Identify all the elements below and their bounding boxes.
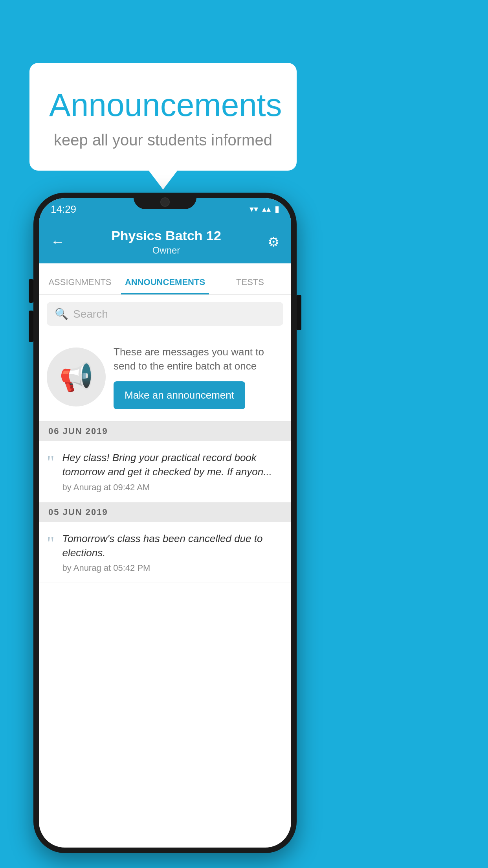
signal-icon: ▴▴	[262, 204, 271, 214]
announcement-text-1: Hey class! Bring your practical record b…	[62, 451, 283, 479]
phone-screen: 14:29 ▾▾ ▴▴ ▮ ← Physics Batch 12 Owner ⚙…	[39, 198, 291, 848]
make-announcement-button[interactable]: Make an announcement	[114, 381, 245, 409]
speech-bubble: Announcements keep all your students inf…	[29, 63, 297, 171]
settings-gear-icon[interactable]: ⚙	[268, 234, 279, 250]
app-header: ← Physics Batch 12 Owner ⚙	[39, 220, 291, 263]
volume-down-button	[29, 311, 33, 342]
power-button	[297, 295, 301, 330]
search-bar[interactable]: 🔍 Search	[47, 302, 283, 326]
megaphone-icon: 📢	[59, 361, 94, 393]
wifi-icon: ▾▾	[250, 204, 258, 214]
prompt-description: These are messages you want to send to t…	[114, 345, 283, 373]
search-container: 🔍 Search	[39, 295, 291, 333]
phone-outer: 14:29 ▾▾ ▴▴ ▮ ← Physics Batch 12 Owner ⚙…	[33, 193, 297, 853]
volume-up-button	[29, 279, 33, 303]
back-button[interactable]: ←	[51, 234, 65, 250]
bubble-title: Announcements	[49, 86, 277, 123]
search-placeholder: Search	[73, 308, 108, 320]
quote-icon-1: "	[47, 453, 55, 472]
tab-tests[interactable]: TESTS	[209, 277, 291, 294]
content-area: 🔍 Search 📢 These are messages you want t…	[39, 295, 291, 583]
battery-icon: ▮	[275, 204, 279, 214]
header-title: Physics Batch 12	[111, 228, 221, 243]
announcement-item-1: " Hey class! Bring your practical record…	[39, 441, 291, 502]
phone-mockup: 14:29 ▾▾ ▴▴ ▮ ← Physics Batch 12 Owner ⚙…	[33, 193, 297, 853]
announcement-content-1: Hey class! Bring your practical record b…	[62, 451, 283, 493]
status-icons: ▾▾ ▴▴ ▮	[250, 204, 279, 214]
megaphone-circle: 📢	[47, 348, 106, 406]
date-separator-1: 06 JUN 2019	[39, 421, 291, 441]
announcement-meta-1: by Anurag at 09:42 AM	[62, 482, 283, 493]
announcement-text-2: Tomorrow's class has been cancelled due …	[62, 531, 283, 560]
header-center: Physics Batch 12 Owner	[111, 228, 221, 256]
status-time: 14:29	[51, 203, 76, 215]
announcement-prompt: 📢 These are messages you want to send to…	[39, 333, 291, 421]
announcement-meta-2: by Anurag at 05:42 PM	[62, 563, 283, 573]
header-subtitle: Owner	[111, 245, 221, 256]
prompt-right: These are messages you want to send to t…	[114, 345, 283, 409]
quote-icon-2: "	[47, 534, 55, 553]
bubble-subtitle: keep all your students informed	[49, 131, 277, 149]
announcement-item-2: " Tomorrow's class has been cancelled du…	[39, 522, 291, 583]
tab-announcements[interactable]: ANNOUNCEMENTS	[121, 277, 209, 294]
speech-bubble-card: Announcements keep all your students inf…	[29, 63, 297, 171]
tabs-bar: ASSIGNMENTS ANNOUNCEMENTS TESTS	[39, 263, 291, 295]
search-icon: 🔍	[55, 307, 68, 320]
date-separator-2: 05 JUN 2019	[39, 502, 291, 522]
announcement-content-2: Tomorrow's class has been cancelled due …	[62, 531, 283, 574]
phone-notch	[134, 193, 196, 209]
tab-assignments[interactable]: ASSIGNMENTS	[39, 277, 121, 294]
front-camera	[160, 197, 170, 207]
